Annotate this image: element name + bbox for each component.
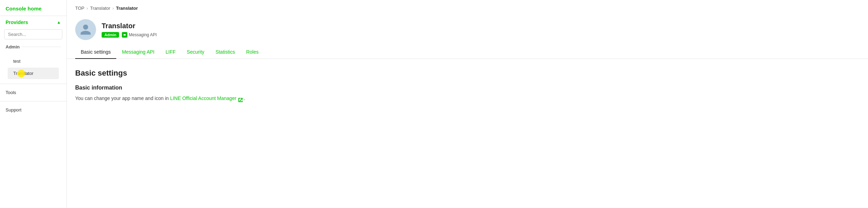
tab-security[interactable]: Security (181, 46, 210, 59)
breadcrumb-current: Translator (116, 6, 138, 11)
section-text-after: . (244, 95, 245, 101)
section-text-before: You can change your app name and icon in (75, 95, 170, 101)
search-container (0, 27, 66, 42)
breadcrumb-provider: Translator (90, 6, 110, 11)
avatar-icon (79, 23, 92, 36)
admin-badge: Admin (102, 32, 119, 38)
tab-liff-label: LIFF (166, 49, 176, 55)
console-home-link[interactable]: Console home (6, 6, 41, 11)
tab-basic-settings-label: Basic settings (81, 49, 111, 55)
tab-basic-settings[interactable]: Basic settings (75, 46, 116, 59)
tab-roles-label: Roles (246, 49, 259, 55)
providers-section: Providers ▲ (0, 16, 66, 27)
app-header: Translator Admin Messaging API (67, 15, 868, 46)
breadcrumb-sep-1: › (87, 6, 88, 11)
sidebar-item-tools-label: Tools (6, 90, 16, 95)
app-avatar (75, 19, 96, 40)
breadcrumb-sep-2: › (112, 6, 114, 11)
page-body: Basic settings Basic information You can… (67, 59, 868, 112)
basic-info-title: Basic information (75, 85, 860, 91)
tab-liff[interactable]: LIFF (160, 46, 181, 59)
tab-messaging-api[interactable]: Messaging API (116, 46, 160, 59)
tab-statistics[interactable]: Statistics (210, 46, 240, 59)
external-link-icon (238, 97, 243, 101)
tab-roles[interactable]: Roles (240, 46, 264, 59)
tab-messaging-api-label: Messaging API (122, 49, 154, 55)
sidebar-item-test-label: test (13, 59, 21, 64)
providers-arrow-icon: ▲ (57, 20, 61, 25)
sidebar-item-test[interactable]: test (8, 55, 59, 67)
sidebar-item-translator-label: Translator (13, 71, 33, 76)
sidebar-item-support-label: Support (6, 107, 22, 113)
messaging-api-label: Messaging API (129, 32, 157, 37)
breadcrumb-top: TOP (75, 6, 85, 11)
main-content: TOP › Translator › Translator Translator… (67, 0, 868, 208)
breadcrumb: TOP › Translator › Translator (67, 0, 868, 15)
tab-security-label: Security (187, 49, 205, 55)
app-name: Translator (102, 22, 157, 30)
tabs-container: Basic settings Messaging API LIFF Securi… (67, 46, 868, 59)
sidebar: Console home Providers ▲ Admin test Tran… (0, 0, 67, 208)
sidebar-header: Console home (0, 0, 66, 16)
chat-icon (123, 33, 126, 37)
sidebar-nav-section: test Translator (0, 51, 66, 81)
app-badges: Admin Messaging API (102, 32, 157, 38)
sidebar-item-support[interactable]: Support (0, 104, 66, 116)
app-info: Translator Admin Messaging API (102, 22, 157, 38)
page-title: Basic settings (75, 69, 860, 78)
tab-statistics-label: Statistics (215, 49, 235, 55)
basic-info-text: You can change your app name and icon in… (75, 94, 860, 102)
sidebar-divider-2 (0, 101, 66, 101)
messaging-api-badge: Messaging API (122, 32, 157, 38)
sidebar-item-tools[interactable]: Tools (0, 87, 66, 98)
search-input[interactable] (4, 29, 62, 39)
sidebar-item-translator[interactable]: Translator (8, 68, 59, 79)
line-official-account-manager-link[interactable]: LINE Official Account Manager (170, 95, 236, 101)
messaging-api-icon (122, 32, 127, 38)
providers-label: Providers (6, 20, 28, 25)
sidebar-divider (0, 84, 66, 84)
admin-group-label: Admin (0, 42, 66, 51)
